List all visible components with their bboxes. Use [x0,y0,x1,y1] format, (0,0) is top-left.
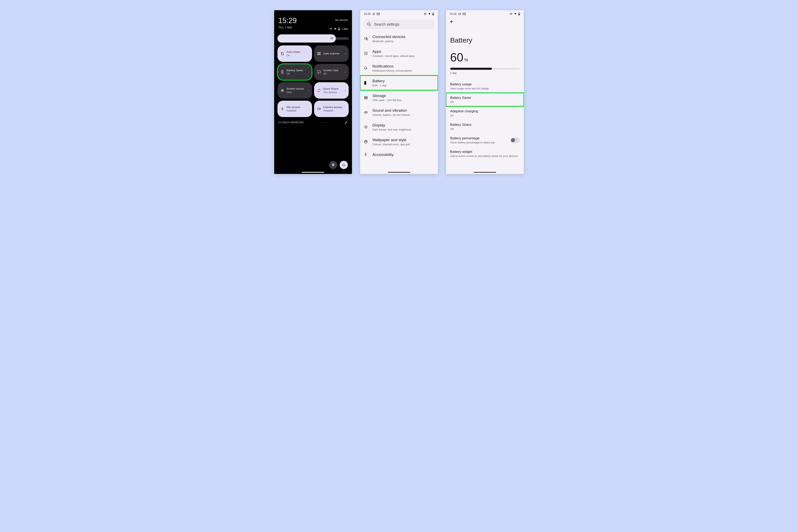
cast-icon [317,70,321,74]
page-indicator: • • • [320,121,328,124]
chevron-right-icon: › [308,89,309,92]
nav-home-bar[interactable] [474,172,496,173]
tile-screen-record[interactable]: Screen recordStart › [278,82,312,99]
nav-home-bar[interactable] [302,172,324,173]
tile-sub: Start [286,91,306,94]
network-status: No service [330,18,348,21]
svg-point-35 [364,54,365,55]
edit-tiles-button[interactable] [345,121,348,124]
search-placeholder: Search settings [374,22,399,26]
svg-rect-8 [319,52,320,53]
qs-tiles: Auto-rotateOn code scanner › Battery Sav… [274,42,352,117]
row-display[interactable]: DisplayDark theme, font size, brightness [360,120,438,134]
search-settings-input[interactable]: Search settings [363,19,435,29]
tile-screen-cast[interactable]: Screen CastOff › [314,64,349,80]
svg-point-26 [368,23,370,25]
svg-point-29 [364,52,365,53]
tile-sub: Available [323,109,346,112]
back-button[interactable] [446,15,524,24]
opt-battery-widget[interactable]: Battery widget Add to home screen to see… [446,147,524,160]
power-button[interactable] [340,161,348,169]
tile-code-scanner[interactable]: code scanner › [314,45,349,62]
battery-icon [432,13,434,15]
status-bar: 15:29 [446,10,524,15]
svg-rect-10 [319,54,320,54]
opt-title: Battery Share [450,123,520,127]
battery-estimate-text: 1 day [341,27,348,30]
tile-battery-saver[interactable]: Battery SaverOff [278,64,312,80]
opt-battery-saver[interactable]: Battery Saver Off [446,93,524,107]
row-sub: 60% - 1 day [373,84,386,87]
battery-saver-icon [280,70,284,74]
tile-sub: Your devices [323,91,343,94]
battery-icon [338,27,340,30]
settings-app: 15:29 Search settings Connected devicesB… [360,10,438,174]
wifi-icon [514,13,517,15]
status-cluster: No service 1 day [330,18,348,30]
row-sound[interactable]: Sound and vibrationVolume, haptics, Do N… [360,105,438,120]
percentage-toggle[interactable] [510,137,520,143]
tile-auto-rotate[interactable]: Auto-rotateOn [278,45,312,62]
svg-point-47 [365,153,366,154]
row-accessibility[interactable]: Accessibility [360,149,438,158]
row-title: Battery [373,79,386,83]
row-title: Notifications [373,64,412,69]
row-title: Sound and vibration [373,108,410,113]
opt-battery-share[interactable]: Battery Share Off [446,120,524,133]
row-apps[interactable]: AppsAssistant, recent apps, default apps [360,46,438,61]
svg-point-5 [331,38,332,39]
row-battery[interactable]: Battery60% - 1 day [360,76,438,90]
accessibility-icon [364,153,369,157]
svg-rect-20 [377,13,380,15]
storage-icon [364,96,369,99]
nav-home-bar[interactable] [388,172,410,173]
tile-mic-access[interactable]: Mic accessAvailable [278,101,312,117]
rotate-icon [280,52,284,55]
bell-icon [364,66,369,70]
svg-point-15 [282,90,283,91]
battery-percent: 60% [446,46,524,64]
battery-time-estimate: 1 day [446,70,524,79]
svg-point-45 [366,141,366,141]
record-icon [280,89,284,92]
tile-quick-share[interactable]: Quick ShareYour devices › [314,82,349,99]
chevron-right-icon: › [345,70,346,74]
apps-icon [364,51,369,55]
quick-share-icon [317,89,321,92]
opt-adaptive-charging[interactable]: Adaptive charging On [446,107,524,120]
opt-battery-percentage[interactable]: Battery percentage Show battery percenta… [446,133,524,147]
palette-icon [364,140,369,144]
row-sub: Dark theme, font size, brightness [373,128,411,131]
svg-rect-6 [282,52,283,55]
row-notifications[interactable]: NotificationsNotification history, conve… [360,61,438,76]
wifi-icon [428,13,431,15]
opt-sub: Add to home screen to see battery levels… [450,154,520,157]
build-number: 14 (UQ1A.240205.002) [278,121,304,124]
gmail-icon [377,13,380,15]
status-time: 15:29 [450,12,456,15]
tile-camera-access[interactable]: Camera accessAvailable [314,101,349,117]
svg-point-37 [367,54,367,55]
brightness-slider[interactable] [278,34,349,42]
status-time: 15:29 [364,12,370,15]
opt-battery-usage[interactable]: Battery usage View usage since last full… [446,79,524,93]
row-title: Connected devices [373,35,405,39]
dnd-icon [372,13,375,15]
brightness-icon [330,36,334,40]
svg-rect-13 [282,70,283,71]
row-wallpaper[interactable]: Wallpaper and styleColours, themed icons… [360,134,438,149]
svg-rect-42 [364,98,367,99]
camera-icon [317,107,321,111]
svg-point-44 [365,141,365,141]
chevron-right-icon: › [345,89,346,92]
row-title: Apps [373,49,415,54]
row-connected-devices[interactable]: Connected devicesBluetooth, pairing [360,31,438,46]
row-sub: Assistant, recent apps, default apps [373,54,415,57]
svg-rect-39 [365,81,366,81]
row-sub: Bluetooth, pairing [373,40,405,43]
tile-label: Camera access [323,106,346,109]
row-sub: Colours, themed icons, app grid [373,143,410,146]
tile-sub: On [286,54,309,57]
settings-button[interactable] [329,161,337,169]
row-storage[interactable]: Storage18% used – 104 GB free [360,90,438,105]
